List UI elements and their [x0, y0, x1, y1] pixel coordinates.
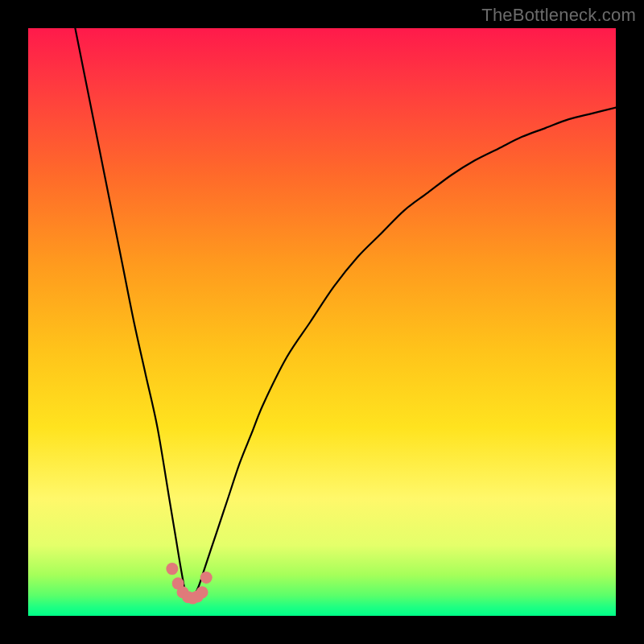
- marker-dot: [200, 572, 213, 584]
- bottleneck-chart: [28, 28, 616, 616]
- watermark-text: TheBottleneck.com: [481, 5, 636, 26]
- marker-dot: [166, 563, 178, 575]
- gradient-background: [28, 28, 616, 616]
- marker-dot: [196, 586, 208, 598]
- plot-area: [28, 28, 616, 616]
- chart-frame: TheBottleneck.com: [0, 0, 644, 644]
